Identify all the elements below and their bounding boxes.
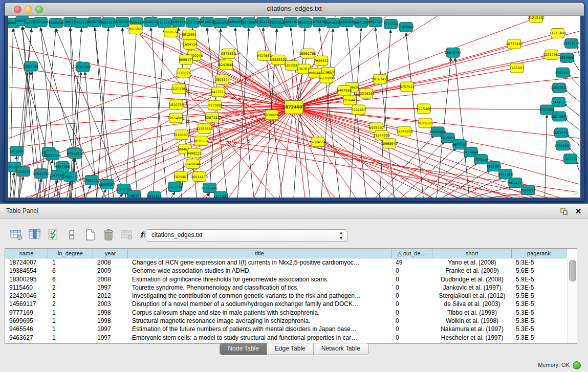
graph-node[interactable]: 12353584 (196, 124, 213, 134)
graph-node[interactable]: 1215681 (16, 167, 31, 177)
graph-node[interactable]: 30691406 (32, 17, 49, 27)
table-cell[interactable]: 1997 (93, 283, 128, 292)
graph-node[interactable]: 7663822 (128, 24, 143, 34)
resize-grip[interactable] (569, 186, 579, 196)
graph-node[interactable]: 16914479 (191, 172, 208, 182)
graph-node[interactable]: 10654112 (507, 178, 524, 188)
graph-node[interactable]: 7955812 (314, 56, 329, 65)
graph-node[interactable]: 16671355 (353, 17, 369, 27)
graph-node[interactable]: 21215432 (528, 16, 545, 23)
graph-node[interactable]: 15892391 (553, 128, 570, 138)
graph-node[interactable]: 10737493 (506, 39, 522, 49)
table-cell[interactable]: 0 (391, 334, 432, 342)
table-row[interactable]: 911546021997Tourette syndrome. Phenomeno… (5, 283, 577, 292)
graph-node[interactable]: 12905185 (62, 172, 79, 182)
table-cell[interactable]: 1 (48, 334, 93, 342)
table-cell[interactable]: Disruption of a novel member of a sodium… (128, 300, 391, 308)
table-row[interactable]: 1938455462009Genome-wide association stu… (5, 267, 577, 275)
table-cell[interactable]: 5.9E-5 (512, 275, 567, 283)
graph-node[interactable]: 7425402 (173, 172, 188, 182)
graph-node[interactable]: 7515526 (383, 19, 398, 29)
table-cell[interactable]: Dudbridge et al. (2008) (432, 275, 512, 283)
graph-node[interactable]: 8267130 (205, 113, 220, 122)
graph-node[interactable]: 16210643 (551, 112, 568, 121)
graph-node[interactable]: 8471676 (498, 169, 513, 179)
table-cell[interactable]: Franke et al. (2009) (432, 267, 512, 275)
table-cell[interactable]: 1 (48, 309, 93, 317)
graph-node[interactable]: 2935114 (474, 155, 489, 164)
graph-node[interactable]: 9875685 (221, 49, 236, 58)
table-cell[interactable]: 5.3E-5 (512, 258, 567, 267)
graph-node[interactable]: 7204687 (351, 105, 366, 115)
graph-node[interactable]: 9242848 (219, 60, 233, 70)
table-cell[interactable]: 9463627 (5, 334, 48, 342)
graph-node[interactable]: 9329966 (559, 53, 574, 62)
table-cell[interactable]: 5.3E-5 (512, 317, 567, 325)
graph-node[interactable]: 8650415 (171, 17, 186, 27)
table-cell[interactable]: 1998 (93, 317, 128, 325)
table-row[interactable]: 946362711997Embryonic stem cells: a mode… (5, 334, 577, 342)
table-cell[interactable]: 18724007 (5, 258, 48, 267)
table-cell[interactable]: Genome-wide association studies in ADHD. (128, 267, 391, 275)
table-cell[interactable]: 22420046 (5, 292, 48, 300)
table-cell[interactable]: 6 (48, 267, 93, 275)
graph-node[interactable]: 16210098 (318, 73, 335, 83)
table-cell[interactable]: 2008 (93, 275, 128, 283)
table-cell[interactable]: 0 (391, 317, 432, 325)
table-cell[interactable]: de Silva et al. (2003) (432, 300, 512, 308)
table-row[interactable]: 977716911998Corpus callosum shape and si… (5, 309, 577, 317)
graph-node[interactable]: 9115460 (417, 104, 431, 114)
graph-node[interactable]: 8757519 (400, 82, 415, 92)
table-cell[interactable]: 0 (391, 325, 432, 333)
table-cell[interactable]: 2003 (93, 300, 128, 308)
graph-node[interactable]: 13942757 (33, 169, 50, 179)
table-cell[interactable]: Jankovic et al. (1997) (432, 283, 512, 292)
graph-node[interactable]: 10654985 (167, 113, 184, 123)
table-cell[interactable]: 0 (391, 292, 432, 300)
graph-node[interactable]: 18549265 (396, 126, 413, 136)
memory-status-indicator[interactable] (573, 361, 581, 369)
graph-node[interactable]: 19166827 (173, 130, 190, 140)
table-cell[interactable]: Structural magnetic resonance image aver… (128, 317, 391, 325)
graph-node[interactable]: 8427552 (211, 87, 226, 97)
graph-node[interactable]: 1810755 (169, 100, 184, 110)
table-row[interactable]: 1830029562008Estimation of significance … (5, 275, 577, 283)
graph-node[interactable]: 20206556 (44, 150, 61, 160)
table-cell[interactable]: 5.3E-5 (512, 283, 567, 292)
table-cell[interactable]: Wolkin et al. (1998) (432, 317, 512, 325)
table-cell[interactable]: 0 (391, 283, 432, 292)
table-cell[interactable]: 5.3E-5 (512, 334, 567, 342)
table-cell[interactable]: Stergiakouli et al. (2012) (432, 292, 512, 300)
table-cell[interactable]: 1 (48, 325, 93, 333)
table-cell[interactable]: 0 (391, 309, 432, 317)
graph-node[interactable]: 19384554 (309, 137, 326, 147)
delete-table-button[interactable] (120, 228, 134, 242)
table-cell[interactable]: Estimation of significance thresholds fo… (128, 275, 391, 283)
graph-node[interactable]: 17016504 (554, 141, 571, 150)
graph-node[interactable]: 12217987 (543, 50, 560, 59)
column-header-in_degree[interactable]: in_degree (48, 249, 93, 258)
graph-node[interactable]: 917008 (208, 100, 221, 110)
table-cell[interactable]: Investigating the contribution of common… (128, 292, 391, 300)
selection-mode-button[interactable] (46, 228, 60, 242)
graph-node[interactable]: 12213384 (170, 84, 187, 94)
graph-node[interactable]: 11026862 (398, 22, 415, 32)
graph-node[interactable]: 17359926 (67, 149, 84, 159)
table-cell[interactable]: 2 (48, 292, 93, 300)
graph-node[interactable]: 2606505 (9, 146, 24, 156)
table-cell[interactable]: 9115460 (5, 283, 48, 292)
graph-node[interactable]: 7190357 (126, 191, 141, 198)
graph-node[interactable]: 16648784 (445, 48, 462, 57)
network-graph[interactable]: 1606875936542124055723069140685904561860… (8, 16, 580, 198)
float-panel-icon[interactable] (559, 207, 569, 216)
graph-node[interactable]: 9397588 (55, 162, 70, 171)
column-header-short[interactable]: short (432, 249, 512, 258)
delete-column-button[interactable] (101, 228, 115, 242)
network-window-titlebar[interactable]: citations_edges.txt (5, 3, 584, 16)
table-cell[interactable]: 5.6E-5 (512, 267, 567, 275)
table-cell[interactable]: 2 (48, 300, 93, 308)
table-row[interactable]: 1872400712008Changes of HCN gene express… (5, 258, 577, 267)
table-cell[interactable]: Nakamura et al. (1997) (432, 325, 512, 333)
table-cell[interactable]: 19384554 (5, 267, 48, 275)
graph-node[interactable]: 25053346 (75, 62, 92, 72)
